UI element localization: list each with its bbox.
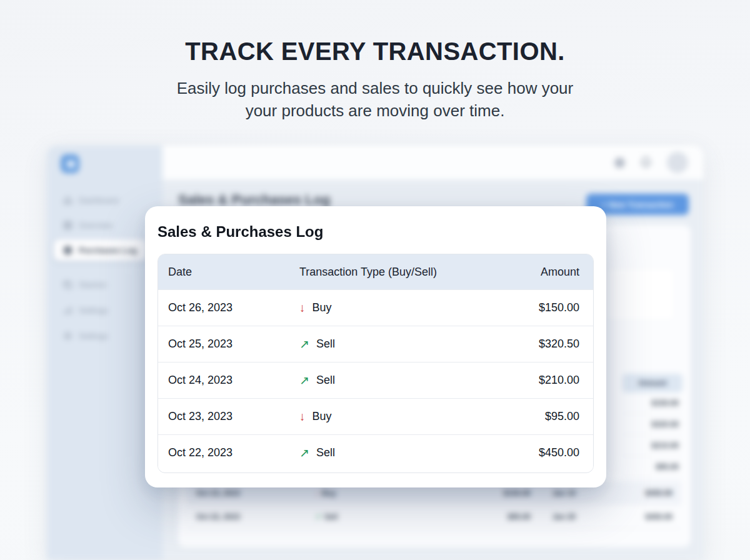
cell-type: ↗Sell	[299, 373, 486, 388]
bg-amount-column-header: Amount	[622, 374, 682, 392]
sidebar-item-purchases-log[interactable]: Purchases Log	[54, 239, 148, 261]
cell-date2: Jan 20	[531, 512, 601, 521]
table-row: Oct 22, 2023 ↗Sell $95.00 Jan 20 $450.00	[188, 505, 681, 529]
cell-amount: $320.50	[486, 338, 593, 351]
grid-icon	[63, 221, 72, 230]
cell-date: Oct 25, 2023	[158, 338, 299, 351]
gear-icon	[63, 331, 72, 341]
bg-amount-cell: $95.00	[622, 456, 682, 478]
cell-date: Oct 23, 2023	[196, 489, 315, 498]
sidebar-item-dashboard[interactable]: Dashboard	[47, 191, 162, 209]
topbar	[162, 146, 703, 179]
cell-amount: $150.00	[459, 489, 531, 498]
sell-arrow-icon: ↗	[315, 512, 321, 521]
table-row: Oct 25, 2023 ↗Sell $320.50	[158, 326, 593, 362]
home-icon	[63, 196, 72, 205]
hero-subtitle-line1: Easily log purchases and sales to quickl…	[0, 77, 750, 99]
bg-amount-cell: $210.00	[622, 435, 682, 456]
table-row: Oct 24, 2023 ↗Sell $210.00	[158, 362, 593, 398]
header-amount: Amount	[486, 266, 593, 279]
cell-date: Oct 22, 2023	[158, 446, 299, 459]
hero-title: TRACK EVERY TRANSACTION.	[0, 38, 750, 66]
table-row: Oct 23, 2023 ↓Buy $95.00	[158, 398, 593, 434]
header-type: Transaction Type (Buy/Sell)	[299, 266, 486, 279]
cell-amount: $450.00	[486, 446, 593, 459]
cell-amount: $95.00	[486, 410, 593, 423]
cell-date2: Jan 10	[531, 489, 601, 498]
cell-date: Oct 24, 2023	[158, 374, 299, 387]
sell-arrow-icon: ↗	[299, 446, 309, 460]
cell-date: Oct 22, 2023	[196, 512, 315, 521]
cell-amount: $210.00	[486, 374, 593, 387]
sidebar-item-label: Stanton	[79, 280, 107, 289]
table-row: Oct 26, 2023 ↓Buy $150.00	[158, 289, 593, 326]
hero-subtitle: Easily log purchases and sales to quickl…	[0, 77, 750, 122]
table-header-row: Date Transaction Type (Buy/Sell) Amount	[158, 254, 593, 289]
hero-subtitle-line2: your products are moving over time.	[0, 99, 750, 122]
sidebar-item-label: Dashboard	[79, 196, 119, 205]
cell-type: ↓Buy	[299, 301, 486, 315]
copy-icon	[63, 280, 72, 289]
cell-amount: $95.00	[459, 512, 531, 521]
cell-amount2: $450.00	[601, 489, 672, 498]
cell-date: Oct 26, 2023	[158, 301, 299, 314]
status-dot-icon[interactable]	[614, 158, 625, 168]
chart-icon	[63, 306, 72, 315]
cell-type: ↗Sell	[299, 337, 486, 351]
summary-box	[605, 268, 675, 321]
sell-arrow-icon: ↗	[299, 337, 309, 351]
card-title: Sales & Purchases Log	[158, 223, 323, 241]
transactions-table: Date Transaction Type (Buy/Sell) Amount …	[158, 254, 594, 473]
sidebar-item-label: Settings	[79, 331, 108, 341]
cell-type: ↗Sell	[299, 446, 486, 460]
cell-type: ↓Buy	[315, 489, 459, 498]
buy-arrow-icon: ↓	[299, 301, 306, 315]
header-date: Date	[158, 266, 299, 279]
bell-icon[interactable]	[640, 156, 652, 169]
bg-amount-cell: $320.50	[622, 414, 682, 435]
buy-arrow-icon: ↓	[299, 410, 306, 424]
bg-amount-cell: $150.00	[622, 392, 682, 414]
avatar[interactable]	[667, 152, 688, 173]
sidebar-item-label: Purchases Log	[79, 246, 137, 255]
log-icon	[63, 246, 72, 255]
sales-purchases-log-card: Sales & Purchases Log Date Transaction T…	[145, 206, 606, 488]
sell-arrow-icon: ↗	[299, 373, 309, 388]
buy-arrow-icon: ↓	[315, 489, 319, 498]
sidebar-item-label: Settings	[79, 306, 108, 315]
app-logo-icon	[61, 154, 79, 173]
cell-date: Oct 23, 2023	[158, 410, 299, 423]
hero-section: TRACK EVERY TRANSACTION. Easily log purc…	[0, 0, 750, 122]
cell-type: ↓Buy	[299, 410, 486, 424]
table-row: Oct 22, 2023 ↗Sell $450.00	[158, 434, 593, 471]
cell-amount2: $450.00	[601, 512, 672, 521]
cell-amount: $150.00	[486, 301, 593, 314]
sidebar-item-label: Overview	[79, 221, 112, 230]
cell-type: ↗Sell	[315, 512, 459, 521]
